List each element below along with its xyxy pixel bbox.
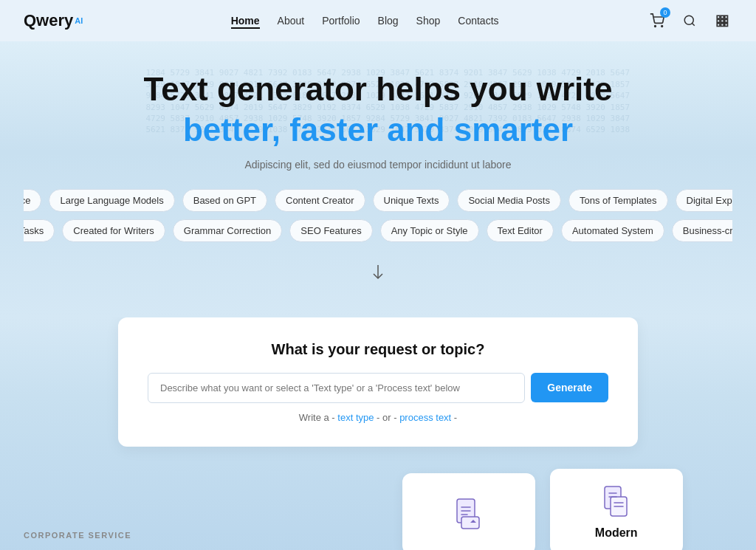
card-2-label: Modern	[595, 526, 638, 540]
request-title: What is your request or topic?	[148, 341, 608, 358]
bottom-section: CORPORATE SERVICE Mo	[0, 469, 756, 550]
tag-seo-features[interactable]: SEO Features	[289, 219, 372, 242]
tag-automated-system[interactable]: Automated System	[561, 219, 664, 242]
svg-rect-8	[721, 20, 724, 23]
header: QweryAI Home About Portfolio Blog Shop C…	[0, 0, 756, 41]
svg-rect-10	[717, 24, 720, 27]
nav-blog[interactable]: Blog	[378, 15, 399, 27]
tags-container: Experience Large Language Models Based o…	[24, 171, 732, 253]
logo-ai: AI	[75, 16, 83, 25]
tag-experience[interactable]: Experience	[24, 189, 41, 212]
logo[interactable]: QweryAI	[24, 11, 83, 30]
svg-rect-12	[725, 24, 728, 27]
doc-icon-2	[599, 484, 634, 519]
grid-icon[interactable]	[712, 10, 732, 31]
nav-home[interactable]: Home	[231, 15, 260, 27]
card-document-1[interactable]	[402, 473, 535, 550]
doc-icon-1	[451, 496, 487, 532]
tag-text-editor[interactable]: Text Editor	[487, 219, 554, 242]
svg-point-0	[655, 26, 656, 27]
nav-contacts[interactable]: Contacts	[458, 15, 498, 27]
tag-unique-texts[interactable]: Unique Texts	[373, 189, 450, 212]
tag-tons-of-templates[interactable]: Tons of Templates	[568, 189, 668, 212]
tag-digital-experience[interactable]: Digital Experience	[676, 189, 732, 212]
request-hint: Write a - text type - or - process text …	[148, 412, 608, 423]
svg-rect-11	[721, 24, 724, 27]
hero-title-line2: better, faster and smarter	[24, 111, 732, 148]
input-row: Generate	[148, 373, 608, 403]
hero-section: 1284 5729 3841 9027 4821 7392 0183 5647 …	[0, 41, 756, 317]
tag-created-for-writers[interactable]: Created for Writers	[62, 219, 165, 242]
tag-business-critical-tasks-2[interactable]: Business-critical Tasks	[672, 219, 732, 242]
svg-rect-5	[721, 16, 724, 18]
card-document-2[interactable]: Modern	[550, 469, 683, 550]
tags-row-1: Experience Large Language Models Based o…	[46, 185, 732, 216]
tag-business-critical-tasks[interactable]: Business-critical Tasks	[24, 219, 55, 242]
tags-row-2: Business-critical Tasks Created for Writ…	[24, 216, 718, 246]
hint-process-text-link[interactable]: process text	[399, 412, 451, 423]
svg-rect-4	[717, 16, 720, 18]
tag-large-language-models[interactable]: Large Language Models	[49, 189, 174, 212]
tag-social-media-posts[interactable]: Social Media Posts	[457, 189, 561, 212]
search-icon[interactable]	[679, 10, 700, 31]
request-card: What is your request or topic? Generate …	[118, 317, 638, 447]
cart-badge: 0	[660, 7, 670, 18]
nav-about[interactable]: About	[278, 15, 305, 27]
down-arrow[interactable]	[24, 253, 732, 303]
generate-button[interactable]: Generate	[531, 373, 608, 402]
svg-rect-9	[725, 20, 728, 23]
svg-line-3	[692, 23, 694, 25]
logo-text: Qwery	[24, 11, 73, 30]
main-nav: Home About Portfolio Blog Shop Contacts	[231, 15, 499, 27]
request-input[interactable]	[148, 373, 525, 403]
hint-middle: - or -	[377, 412, 399, 423]
hero-subtitle: Adipiscing elit, sed do eiusmod tempor i…	[24, 159, 732, 171]
corporate-label: CORPORATE SERVICE	[24, 531, 140, 550]
tag-content-creator[interactable]: Content Creator	[275, 189, 365, 212]
tag-based-on-gpt[interactable]: Based on GPT	[182, 189, 267, 212]
hero-title-line1: Text generator helps you write	[24, 71, 732, 109]
header-icons: 0	[647, 10, 732, 31]
svg-rect-7	[717, 20, 720, 23]
tag-any-topic-or-style[interactable]: Any Topic or Style	[380, 219, 479, 242]
hint-text-type-link[interactable]: text type	[337, 412, 374, 423]
nav-portfolio[interactable]: Portfolio	[322, 15, 360, 27]
nav-shop[interactable]: Shop	[416, 15, 441, 27]
hint-prefix: Write a -	[299, 412, 335, 423]
hint-suffix: -	[454, 412, 457, 423]
lower-section: What is your request or topic? Generate …	[0, 317, 756, 550]
svg-rect-6	[725, 16, 728, 18]
svg-point-2	[684, 16, 693, 24]
tag-grammar-correction[interactable]: Grammar Correction	[173, 219, 282, 242]
svg-point-1	[662, 26, 663, 27]
cart-icon[interactable]: 0	[647, 10, 667, 31]
